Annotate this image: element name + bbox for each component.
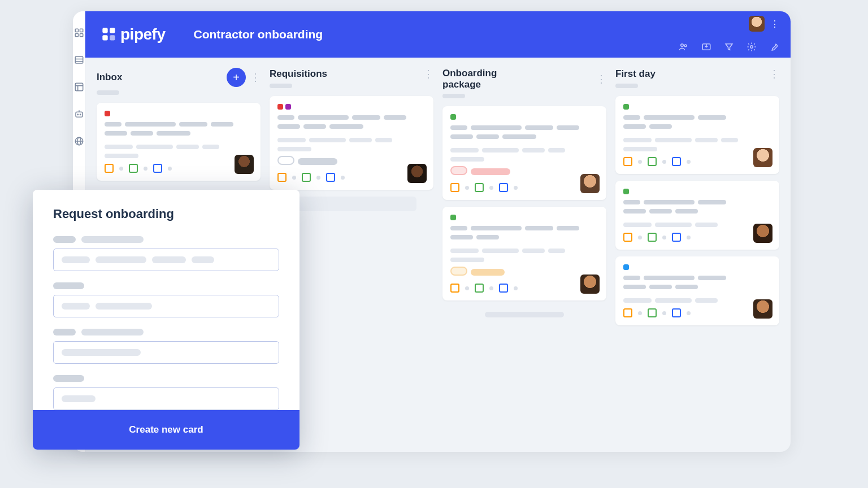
filter-icon[interactable] xyxy=(724,42,734,52)
card-label-red xyxy=(277,104,283,110)
card-label-red xyxy=(105,111,110,116)
card[interactable] xyxy=(615,96,779,174)
svg-rect-0 xyxy=(75,29,78,32)
column-subtitle-placeholder xyxy=(97,90,119,95)
column-title: Inbox xyxy=(97,72,227,83)
form-field-label xyxy=(53,375,279,382)
card-label-blue xyxy=(623,264,629,270)
form-input[interactable] xyxy=(53,341,279,364)
assignee-avatar[interactable] xyxy=(580,274,600,294)
globe-icon[interactable] xyxy=(73,136,85,147)
form-field-label xyxy=(53,236,279,243)
add-card-button[interactable]: + xyxy=(227,68,246,87)
column-first-day: First day ⋮ xyxy=(615,68,779,442)
svg-point-22 xyxy=(684,45,687,47)
brand-text: pipefy xyxy=(120,25,165,43)
check-icon xyxy=(648,157,657,166)
card[interactable] xyxy=(97,103,261,181)
card[interactable] xyxy=(442,106,606,200)
check-icon xyxy=(302,173,311,182)
card[interactable] xyxy=(615,181,779,250)
check-icon xyxy=(129,164,138,173)
assignee-avatar[interactable] xyxy=(235,155,254,174)
svg-rect-3 xyxy=(80,34,83,37)
card-label-green xyxy=(623,189,629,194)
sync-icon xyxy=(326,173,335,182)
wrench-icon[interactable] xyxy=(769,42,779,52)
settings-icon[interactable] xyxy=(747,42,757,52)
column-menu-icon[interactable]: ⋮ xyxy=(423,68,433,80)
page-title: Contractor onboarding xyxy=(193,28,323,41)
form-input[interactable] xyxy=(53,387,279,410)
assignee-avatar[interactable] xyxy=(580,174,600,193)
svg-rect-17 xyxy=(102,28,107,33)
assignee-avatar[interactable] xyxy=(753,299,772,319)
check-icon xyxy=(648,308,657,317)
svg-rect-10 xyxy=(76,112,83,117)
svg-point-12 xyxy=(80,114,81,115)
assignee-avatar[interactable] xyxy=(753,224,772,243)
clock-icon xyxy=(623,308,632,317)
inbox-in-icon[interactable] xyxy=(701,42,711,52)
sync-icon xyxy=(499,284,508,293)
clock-icon xyxy=(105,164,114,173)
check-icon xyxy=(648,233,657,242)
card-label-purple xyxy=(285,104,291,110)
sync-icon xyxy=(672,308,681,317)
check-icon xyxy=(475,284,484,293)
apps-icon[interactable] xyxy=(73,27,85,38)
load-more-indicator xyxy=(485,312,564,317)
sync-icon xyxy=(499,183,508,192)
column-title: Onboarding package xyxy=(442,68,519,90)
column-menu-icon[interactable]: ⋮ xyxy=(596,73,606,85)
form-field-label xyxy=(53,282,279,289)
clock-icon xyxy=(623,157,632,166)
user-avatar[interactable] xyxy=(749,16,765,32)
svg-rect-7 xyxy=(75,83,83,91)
column-title: First day xyxy=(615,68,692,80)
brand-logo[interactable]: pipefy xyxy=(101,25,165,43)
header-bar: pipefy Contractor onboarding ⋮ xyxy=(85,11,791,58)
svg-point-24 xyxy=(750,46,753,49)
card-label-green xyxy=(450,114,456,120)
card-label-green xyxy=(450,215,456,220)
clock-icon xyxy=(623,233,632,242)
sync-icon xyxy=(672,157,681,166)
check-icon xyxy=(475,183,484,192)
column-menu-icon[interactable]: ⋮ xyxy=(769,68,779,80)
card[interactable] xyxy=(615,256,779,325)
column-subtitle-placeholder xyxy=(442,94,465,98)
form-input[interactable] xyxy=(53,295,279,317)
svg-rect-19 xyxy=(102,35,107,40)
sync-icon xyxy=(153,164,162,173)
database-icon[interactable] xyxy=(73,54,85,66)
assignee-avatar[interactable] xyxy=(407,164,427,183)
layout-icon[interactable] xyxy=(73,81,85,93)
submit-label: Create new card xyxy=(129,424,203,435)
svg-rect-2 xyxy=(75,34,78,37)
column-subtitle-placeholder xyxy=(615,84,638,88)
form-input[interactable] xyxy=(53,249,279,271)
card[interactable] xyxy=(270,96,433,190)
svg-rect-1 xyxy=(80,29,83,32)
svg-rect-4 xyxy=(75,56,83,63)
modal-title: Request onboarding xyxy=(53,207,279,221)
card[interactable] xyxy=(442,207,606,300)
svg-rect-20 xyxy=(110,35,115,40)
bot-icon[interactable] xyxy=(73,108,85,120)
column-subtitle-placeholder xyxy=(270,84,292,88)
clock-icon xyxy=(450,284,459,293)
svg-point-21 xyxy=(681,44,684,47)
column-menu-icon[interactable]: ⋮ xyxy=(250,71,261,84)
request-onboarding-modal: Request onboarding Cre xyxy=(33,190,300,450)
header-menu-icon[interactable]: ⋮ xyxy=(770,19,779,29)
column-onboarding-package: Onboarding package ⋮ xyxy=(442,68,606,442)
column-title: Requisitions xyxy=(270,68,346,80)
ghost-card xyxy=(287,197,416,211)
clock-icon xyxy=(450,183,459,192)
people-icon[interactable] xyxy=(679,42,689,52)
assignee-avatar[interactable] xyxy=(753,148,772,167)
sync-icon xyxy=(672,233,681,242)
card-label-green xyxy=(623,104,629,110)
modal-submit-button[interactable]: Create new card xyxy=(33,410,300,450)
